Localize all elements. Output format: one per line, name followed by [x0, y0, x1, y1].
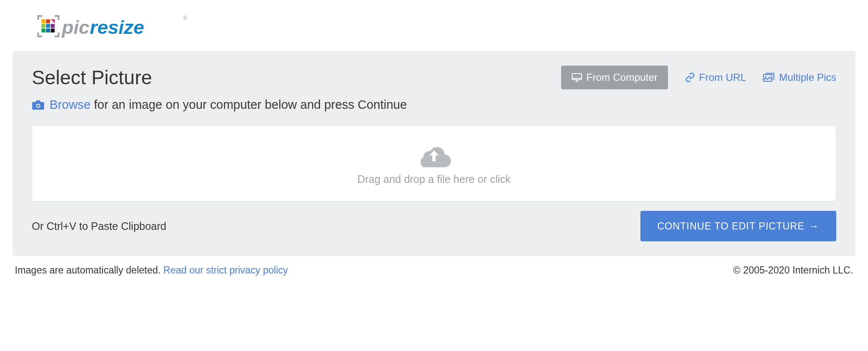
- svg-rect-1: [46, 19, 50, 23]
- source-tabs: From Computer From URL: [561, 66, 836, 89]
- dropzone-text: Drag and drop a file here or click: [357, 173, 510, 185]
- copyright: © 2005-2020 Internich LLC.: [733, 265, 853, 276]
- delete-text: Images are automatically deleted.: [15, 265, 161, 276]
- svg-rect-0: [42, 19, 45, 23]
- continue-button[interactable]: CONTINUE TO EDIT PICTURE →: [640, 211, 836, 241]
- svg-text:®: ®: [183, 15, 187, 21]
- svg-rect-5: [51, 24, 55, 28]
- svg-rect-3: [42, 24, 45, 28]
- logo[interactable]: pic resize ®: [13, 13, 212, 42]
- svg-text:pic: pic: [61, 17, 89, 38]
- tab-label: From URL: [699, 72, 746, 83]
- browse-link[interactable]: Browse: [50, 98, 91, 111]
- footer: Images are automatically deleted. Read o…: [13, 256, 855, 285]
- tab-label: From Computer: [587, 72, 658, 83]
- instruction-line: Browse for an image on your computer bel…: [32, 98, 836, 112]
- desktop-icon: [571, 72, 582, 83]
- svg-rect-6: [42, 28, 45, 32]
- continue-label: CONTINUE TO EDIT PICTURE: [657, 221, 804, 232]
- tab-from-computer[interactable]: From Computer: [561, 66, 668, 89]
- cloud-upload-icon: [415, 142, 453, 169]
- svg-point-19: [37, 105, 39, 107]
- tab-from-url[interactable]: From URL: [685, 72, 746, 83]
- tab-label: Multiple Pics: [779, 72, 836, 83]
- dropzone[interactable]: Drag and drop a file here or click: [32, 125, 836, 202]
- svg-marker-2: [51, 19, 55, 23]
- page-title: Select Picture: [32, 66, 152, 89]
- instruction-rest: for an image on your computer below and …: [94, 98, 407, 111]
- svg-rect-8: [51, 28, 55, 32]
- paste-hint: Or Ctrl+V to Paste Clipboard: [32, 220, 167, 232]
- svg-text:resize: resize: [90, 17, 144, 38]
- bottom-row: Or Ctrl+V to Paste Clipboard CONTINUE TO…: [32, 211, 836, 241]
- svg-rect-7: [46, 28, 50, 32]
- select-picture-panel: Select Picture From Computer: [13, 51, 855, 256]
- images-icon: [763, 72, 775, 83]
- camera-icon: [32, 99, 45, 111]
- svg-point-17: [765, 76, 767, 77]
- svg-rect-4: [46, 24, 50, 28]
- privacy-link[interactable]: Read our strict privacy policy: [163, 265, 288, 276]
- instruction-text: Browse for an image on your computer bel…: [50, 98, 407, 112]
- panel-header: Select Picture From Computer: [32, 66, 836, 89]
- arrow-right-icon: →: [809, 220, 819, 232]
- link-icon: [685, 72, 695, 83]
- footer-left: Images are automatically deleted. Read o…: [15, 265, 288, 276]
- tab-multiple-pics[interactable]: Multiple Pics: [763, 72, 836, 83]
